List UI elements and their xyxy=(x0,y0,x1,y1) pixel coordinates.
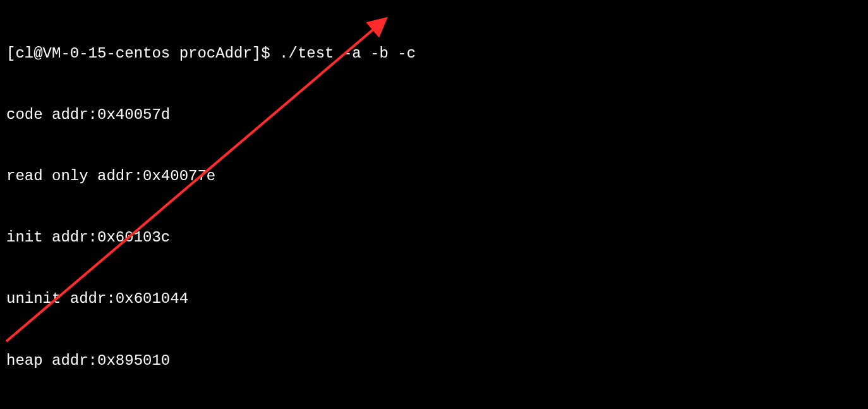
output-line: code addr:0x40057d xyxy=(6,105,862,125)
output-line: read only addr:0x40077e xyxy=(6,166,862,186)
output-line: uninit addr:0x601044 xyxy=(6,289,862,309)
output-line: heap addr:0x895010 xyxy=(6,351,862,371)
output-line: init addr:0x60103c xyxy=(6,228,862,248)
command-prompt-line: [cl@VM-0-15-centos procAddr]$ ./test -a … xyxy=(6,44,862,64)
terminal-output: [cl@VM-0-15-centos procAddr]$ ./test -a … xyxy=(6,3,862,409)
